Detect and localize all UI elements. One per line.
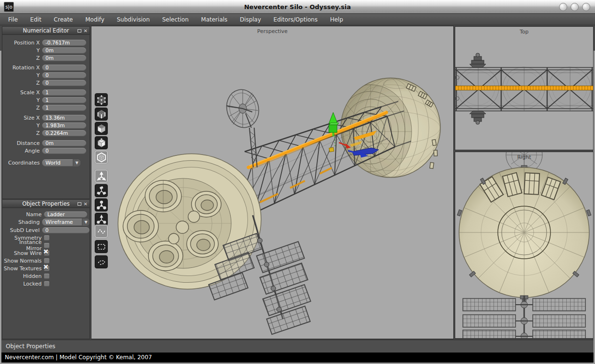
size-x-input[interactable]: 13.36m [42, 115, 86, 121]
perspective-scene [91, 26, 454, 339]
position-z-input[interactable]: 0m [42, 55, 86, 61]
subd-level-input[interactable]: 0 [42, 227, 90, 233]
field-label: Scale X [2, 89, 40, 96]
field-label: Y [2, 47, 40, 54]
object-name-input[interactable]: Ladder [44, 211, 87, 218]
window-close-button[interactable] [582, 3, 590, 11]
multiselect-mode-icon [96, 152, 107, 163]
menu-display[interactable]: Display [234, 14, 267, 25]
field-label: Rotation X [2, 65, 40, 71]
scale-y-input[interactable]: 1 [42, 97, 86, 103]
position-x-input[interactable]: -0.7617m [42, 40, 86, 46]
edge-mode-button[interactable] [95, 108, 108, 121]
menu-selection[interactable]: Selection [156, 14, 195, 25]
hidden-checkbox[interactable] [44, 274, 49, 279]
show-wire-checkbox[interactable]: ✖ [44, 251, 49, 256]
right-scene [455, 152, 593, 338]
perspective-viewport[interactable]: Perspective [91, 26, 454, 339]
right-view-solar-panels [463, 296, 585, 338]
menu-subdivision[interactable]: Subdivision [111, 14, 156, 25]
top-viewport[interactable]: Top [455, 26, 594, 150]
lasso-select-icon [96, 257, 107, 267]
field-label: Z [2, 55, 40, 61]
size-y-input[interactable]: 1.983m [42, 122, 86, 129]
checkbox-label: Show Textures [2, 265, 42, 272]
lasso-select-button[interactable] [95, 255, 108, 268]
locked-checkbox[interactable] [44, 281, 49, 287]
rotation-x-input[interactable]: 0 [42, 65, 86, 71]
title-bar: s|o Nevercenter Silo - Odyssey.sia [0, 0, 595, 14]
field-label: Y [2, 72, 40, 78]
top-view-ladder [455, 86, 593, 90]
object-mode-button[interactable] [95, 136, 108, 149]
field-label: Distance [2, 140, 40, 146]
numerical-editor-title: Numerical Editor [23, 27, 69, 34]
menu-modify[interactable]: Modify [79, 14, 111, 25]
right-view-sphere [457, 167, 591, 302]
move-tool-button[interactable] [95, 170, 108, 183]
panel-restore-icon[interactable] [78, 202, 81, 206]
vertex-mode-button[interactable] [95, 93, 108, 106]
symmetry-checkbox[interactable] [44, 235, 49, 241]
silo-application-window: s|o Nevercenter Silo - Odyssey.sia File … [0, 0, 595, 364]
coordinates-value: World [42, 159, 73, 166]
menu-file[interactable]: File [2, 14, 24, 25]
coordinates-dropdown[interactable]: World ▼ [42, 159, 80, 166]
instance-mirror-checkbox[interactable] [44, 243, 49, 248]
paint-select-icon [96, 226, 107, 237]
rect-select-button[interactable] [95, 240, 108, 253]
subd-label: SubD Level [2, 227, 40, 233]
object-properties-title: Object Properties [22, 200, 69, 207]
name-label: Name [2, 211, 42, 218]
field-label: Z [2, 130, 40, 136]
menu-help[interactable]: Help [324, 14, 349, 25]
move-tool-icon [96, 171, 107, 182]
checkbox-label: Show Wire [2, 250, 42, 256]
scale-tool-button[interactable] [95, 199, 108, 211]
window-minimize-button[interactable] [559, 3, 567, 11]
scale-z-input[interactable]: 1 [42, 105, 86, 111]
right-viewport[interactable]: Right [455, 152, 594, 339]
paint-select-button[interactable] [95, 225, 108, 238]
universal-manipulator-button[interactable] [95, 213, 108, 226]
perspective-viewport-label: Perspective [91, 28, 453, 34]
window-frame-left [0, 51, 1, 364]
shading-value: Wireframe [42, 219, 82, 226]
distance-input[interactable]: 0m [42, 140, 86, 146]
rotation-z-input[interactable]: 0 [42, 80, 86, 86]
scale-x-input[interactable]: 1 [42, 89, 86, 96]
menu-materials[interactable]: Materials [195, 14, 234, 25]
object-properties-title-bar[interactable]: Object Properties ✕ [2, 200, 90, 208]
panel-close-icon[interactable]: ✕ [84, 27, 88, 35]
size-z-input[interactable]: 0.2264m [42, 130, 86, 136]
show-textures-checkbox[interactable]: ✖ [44, 266, 49, 271]
show-normals-checkbox[interactable] [44, 258, 49, 264]
field-label: Angle [2, 148, 40, 154]
menu-create[interactable]: Create [47, 14, 79, 25]
menu-edit[interactable]: Edit [24, 14, 47, 25]
vertex-mode-icon [96, 95, 107, 105]
numerical-editor-title-bar[interactable]: Numerical Editor ✕ [2, 27, 90, 35]
object-properties-panel: Object Properties ✕ NameLadder Shading W… [2, 199, 90, 339]
multiselect-mode-button[interactable] [95, 151, 108, 164]
angle-input[interactable]: 0 [42, 148, 86, 154]
chevron-down-icon: ▼ [73, 159, 80, 166]
shading-dropdown[interactable]: Wireframe ▼ [42, 219, 90, 226]
menu-editors-options[interactable]: Editors/Options [267, 14, 324, 25]
rotate-tool-button[interactable] [95, 184, 108, 197]
field-label: Z [2, 80, 40, 86]
edge-mode-icon [96, 109, 107, 120]
face-mode-button[interactable] [95, 122, 108, 135]
rotation-y-input[interactable]: 0 [42, 72, 86, 78]
footer-bar: Nevercenter.com | Model Copyright © Kema… [0, 353, 595, 364]
panel-close-icon[interactable]: ✕ [84, 200, 88, 208]
universal-manipulator-icon [96, 214, 107, 225]
workspace: Numerical Editor ✕ Position X-0.7617m Y0… [0, 25, 595, 340]
window-maximize-button[interactable] [571, 3, 579, 11]
checkbox-label: Show Normals [2, 258, 42, 264]
field-label: Z [2, 105, 40, 111]
panel-restore-icon[interactable] [78, 29, 81, 33]
status-bar: Object Properties [0, 340, 595, 353]
position-y-input[interactable]: 0m [42, 47, 86, 54]
footer-text: Nevercenter.com | Model Copyright © Kema… [5, 354, 152, 361]
